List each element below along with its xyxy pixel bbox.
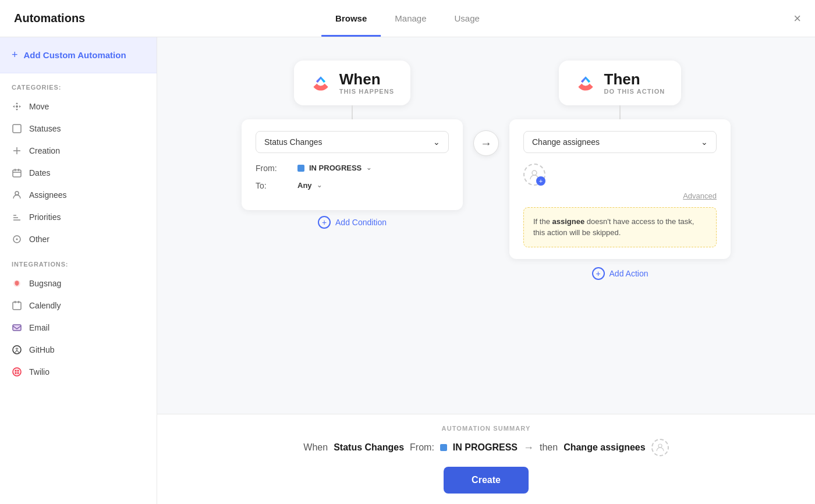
calendly-icon — [12, 300, 22, 311]
summary-from: From: — [410, 442, 434, 453]
svg-rect-15 — [13, 302, 21, 310]
action-card-header: Then DO THIS ACTION — [559, 61, 682, 105]
trigger-subtitle: THIS HAPPENS — [339, 88, 395, 95]
svg-point-8 — [15, 191, 19, 195]
trigger-section: When THIS HAPPENS Status Changes ⌄ From: — [242, 61, 463, 229]
to-chevron-icon: ⌄ — [317, 182, 322, 189]
sidebar-item-statuses[interactable]: Statuses — [0, 118, 157, 140]
close-icon[interactable]: × — [793, 12, 801, 25]
sidebar-item-calendly[interactable]: Calendly — [0, 294, 157, 317]
tab-usage[interactable]: Usage — [441, 2, 494, 37]
tab-browse[interactable]: Browse — [321, 2, 381, 37]
clickup-logo-trigger — [310, 72, 331, 93]
add-action-button[interactable]: + Add Action — [592, 267, 649, 280]
action-card: Change assignees ⌄ + Advanced — [509, 119, 731, 259]
trigger-card-header: When THIS HAPPENS — [294, 61, 411, 105]
svg-rect-18 — [13, 325, 21, 331]
email-icon — [12, 322, 22, 333]
twilio-icon — [12, 367, 22, 377]
summary-when: When — [303, 442, 328, 453]
svg-rect-4 — [13, 170, 21, 177]
sidebar-item-creation-label: Creation — [29, 146, 60, 155]
assignee-avatar-area: + — [523, 164, 717, 186]
dates-icon — [12, 168, 22, 178]
automation-canvas: When THIS HAPPENS Status Changes ⌄ From: — [157, 37, 815, 414]
other-icon — [12, 234, 22, 244]
action-title: Then — [604, 71, 665, 88]
add-condition-button[interactable]: + Add Condition — [318, 216, 387, 229]
summary-arrow-icon: → — [523, 442, 534, 454]
sidebar-item-move[interactable]: Move — [0, 95, 157, 118]
app-title: Automations — [14, 12, 85, 25]
move-icon — [12, 101, 22, 112]
trigger-condition-select[interactable]: Status Changes ⌄ — [256, 131, 449, 153]
from-label: From: — [256, 164, 290, 173]
advanced-link[interactable]: Advanced — [523, 191, 717, 200]
summary-status-dot — [440, 444, 447, 451]
svg-rect-1 — [13, 125, 21, 133]
plus-icon: + — [12, 49, 18, 61]
arrow-circle: → — [473, 130, 499, 156]
sidebar-item-calendly-label: Calendly — [29, 301, 61, 310]
integrations-label: INTEGRATIONS: — [0, 250, 157, 272]
sidebar-item-assignees-label: Assignees — [29, 190, 67, 200]
from-chevron-icon: ⌄ — [366, 164, 371, 172]
from-value-button[interactable]: IN PROGRESS ⌄ — [297, 164, 371, 172]
summary-status-value: IN PROGRESS — [453, 442, 518, 453]
to-value-button[interactable]: Any ⌄ — [297, 181, 322, 190]
summary-then: then — [540, 442, 558, 453]
from-field: From: IN PROGRESS ⌄ — [256, 164, 449, 173]
creation-icon — [12, 145, 22, 156]
sidebar-item-dates[interactable]: Dates — [0, 162, 157, 184]
svg-point-26 — [532, 171, 537, 175]
action-select[interactable]: Change assignees ⌄ — [523, 131, 717, 153]
svg-point-23 — [17, 370, 19, 372]
trigger-condition-card: Status Changes ⌄ From: IN PROGRESS ⌄ To: — [242, 119, 463, 210]
summary-action-bold: Change assignees — [564, 442, 646, 453]
action-title-block: Then DO THIS ACTION — [604, 71, 665, 95]
add-action-label: Add Action — [610, 269, 649, 278]
add-action-plus-icon: + — [592, 267, 605, 280]
sidebar-item-twilio-label: Twilio — [29, 367, 49, 377]
assignees-icon — [12, 190, 22, 200]
summary-status-bold: Status Changes — [334, 442, 404, 453]
create-button[interactable]: Create — [444, 467, 529, 494]
sidebar-item-priorities-label: Priorities — [29, 212, 61, 222]
summary-content: When Status Changes From: IN PROGRESS → … — [192, 439, 780, 456]
sidebar-item-assignees[interactable]: Assignees — [0, 184, 157, 206]
main-layout: + Add Custom Automation CATEGORIES: Move… — [0, 37, 815, 504]
trigger-title: When — [339, 71, 395, 88]
priorities-icon — [12, 212, 22, 222]
in-progress-dot — [297, 165, 304, 172]
categories-label: CATEGORIES: — [0, 73, 157, 95]
sidebar-item-twilio[interactable]: Twilio — [0, 361, 157, 383]
to-field: To: Any ⌄ — [256, 181, 449, 190]
statuses-icon — [12, 123, 22, 134]
trigger-title-block: When THIS HAPPENS — [339, 71, 395, 95]
sidebar-item-statuses-label: Statuses — [29, 124, 61, 133]
svg-point-24 — [15, 372, 17, 374]
add-custom-automation-button[interactable]: + Add Custom Automation — [0, 37, 157, 73]
sidebar-item-dates-label: Dates — [29, 168, 51, 178]
from-status-value: IN PROGRESS — [309, 164, 362, 172]
sidebar-item-github-label: GitHub — [29, 345, 55, 354]
sidebar-item-bugsnag[interactable]: Bugsnag — [0, 272, 157, 294]
sidebar-item-creation[interactable]: Creation — [0, 140, 157, 162]
clickup-logo-action — [575, 72, 596, 93]
action-subtitle: DO THIS ACTION — [604, 88, 665, 95]
sidebar-item-other[interactable]: Other — [0, 228, 157, 250]
action-section: Then DO THIS ACTION Change assignees ⌄ — [509, 61, 731, 280]
sidebar-item-other-label: Other — [29, 235, 49, 244]
add-assignee-button[interactable]: + — [523, 164, 545, 186]
sidebar-item-github[interactable]: GitHub — [0, 339, 157, 361]
header-tabs: Browse Manage Usage — [321, 1, 494, 36]
trigger-connector — [352, 105, 353, 119]
sidebar-item-priorities[interactable]: Priorities — [0, 206, 157, 228]
to-label: To: — [256, 181, 290, 190]
sidebar-item-email[interactable]: Email — [0, 317, 157, 339]
warning-text-pre: If the — [533, 217, 552, 226]
header: Automations Browse Manage Usage × — [0, 0, 815, 37]
tab-manage[interactable]: Manage — [381, 2, 440, 37]
right-arrow-icon: → — [480, 137, 492, 150]
svg-point-22 — [15, 370, 17, 372]
